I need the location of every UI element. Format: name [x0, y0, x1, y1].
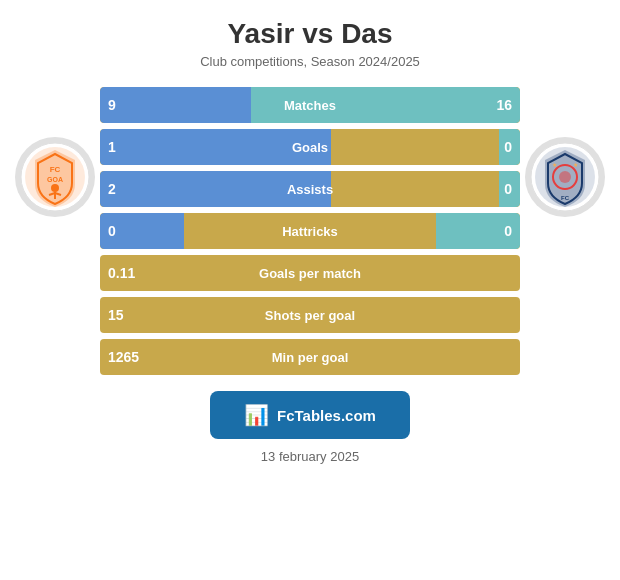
stat-right-0: 16	[496, 97, 512, 113]
fctables-icon: 📊	[244, 403, 269, 427]
stat-row-5: 15 Shots per goal	[100, 297, 520, 333]
stat-label-3: Hattricks	[282, 224, 338, 239]
svg-text:FC: FC	[50, 165, 61, 174]
stat-right-3: 0	[504, 223, 512, 239]
stat-right-2: 0	[504, 181, 512, 197]
stat-left-0: 9	[108, 97, 116, 113]
stats-container: 9 Matches 16 1 Goals 0 2 Assists	[90, 87, 530, 375]
stat-left-6: 1265	[108, 349, 139, 365]
subtitle: Club competitions, Season 2024/2025	[200, 54, 420, 69]
stat-row-1: 1 Goals 0	[100, 129, 520, 165]
stat-label-0: Matches	[284, 98, 336, 113]
svg-point-4	[51, 184, 59, 192]
stat-label-1: Goals	[292, 140, 328, 155]
stat-left-1: 1	[108, 139, 116, 155]
svg-text:GOA: GOA	[47, 176, 63, 183]
stat-row-2: 2 Assists 0	[100, 171, 520, 207]
stat-row-4: 0.11 Goals per match	[100, 255, 520, 291]
stat-label-5: Shots per goal	[265, 308, 355, 323]
svg-point-11	[559, 171, 571, 183]
fctables-text: FcTables.com	[277, 407, 376, 424]
stat-label-4: Goals per match	[259, 266, 361, 281]
stat-row-6: 1265 Min per goal	[100, 339, 520, 375]
svg-text:FC: FC	[561, 195, 570, 201]
stat-row-0: 9 Matches 16	[100, 87, 520, 123]
svg-text:★: ★	[573, 162, 578, 168]
stat-left-3: 0	[108, 223, 116, 239]
stat-left-2: 2	[108, 181, 116, 197]
right-team-logo: FC ★ ★	[530, 87, 600, 217]
svg-text:★: ★	[552, 162, 557, 168]
page-title: Yasir vs Das	[227, 18, 392, 50]
stat-right-1: 0	[504, 139, 512, 155]
stat-label-6: Min per goal	[272, 350, 349, 365]
stat-left-5: 15	[108, 307, 124, 323]
stat-left-4: 0.11	[108, 265, 135, 281]
date-footer: 13 february 2025	[261, 449, 359, 464]
left-team-logo: FC GOA	[20, 87, 90, 217]
stat-label-2: Assists	[287, 182, 333, 197]
fctables-banner[interactable]: 📊 FcTables.com	[210, 391, 410, 439]
stat-row-3: 0 Hattricks 0	[100, 213, 520, 249]
